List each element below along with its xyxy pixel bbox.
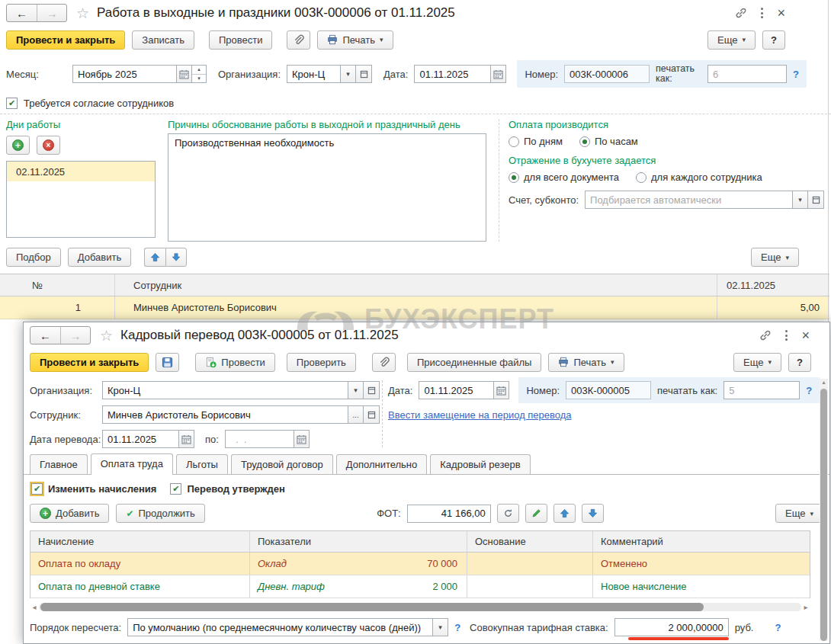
radio-by-hours[interactable]: По часам xyxy=(579,136,638,147)
add-accrual-button[interactable]: + Добавить xyxy=(30,504,109,523)
scroll-right-icon[interactable]: ▸ xyxy=(801,603,810,611)
add-day-button[interactable]: + xyxy=(6,136,30,155)
print-as-input[interactable] xyxy=(724,381,800,399)
recalculate-button[interactable] xyxy=(497,504,519,523)
move-up-button[interactable] xyxy=(553,504,576,523)
transfer-date-input[interactable] xyxy=(102,430,178,448)
consent-checkbox[interactable]: ✔ xyxy=(6,98,18,109)
continue-accrual-button[interactable]: ✔ Продолжить xyxy=(116,504,204,523)
vertical-scrollbar[interactable]: ▴ xyxy=(820,379,828,641)
pick-button[interactable]: Подбор xyxy=(6,248,61,267)
copy-link-icon[interactable] xyxy=(759,329,772,341)
org-open-button[interactable] xyxy=(364,381,380,399)
calendar-button[interactable] xyxy=(176,65,192,83)
radio-by-days[interactable]: По дням xyxy=(509,136,563,147)
post-button[interactable]: Провести xyxy=(209,30,273,50)
table-row-cancelled[interactable]: Оплата по окладу Оклад 70 000 Отменено xyxy=(30,553,810,575)
post-and-close-button[interactable]: Провести и закрыть xyxy=(30,353,149,372)
date-input[interactable] xyxy=(414,65,490,83)
scrollbar-thumb[interactable] xyxy=(40,603,704,611)
recalc-order-input[interactable] xyxy=(127,618,432,636)
horizontal-scrollbar[interactable]: ◂ ▸ xyxy=(30,602,810,612)
reason-textarea[interactable]: Производственная необходимость xyxy=(168,133,486,242)
scroll-up-icon[interactable]: ▴ xyxy=(820,379,828,386)
table-row[interactable]: 1 Минчев Аристотель Борисович 5,00 xyxy=(0,296,829,319)
move-up-button[interactable] xyxy=(144,248,165,267)
help-button[interactable]: ? xyxy=(762,30,785,50)
help-button[interactable]: ? xyxy=(788,353,811,372)
total-rate-input[interactable] xyxy=(614,618,729,636)
help-link[interactable]: ? xyxy=(793,69,799,80)
move-down-button[interactable] xyxy=(165,248,187,267)
to-date-input[interactable] xyxy=(225,430,294,448)
list-more-button[interactable]: Еще▾ xyxy=(751,248,799,267)
remove-day-button[interactable]: × xyxy=(37,136,60,155)
change-accruals-checkbox[interactable]: ✔ Изменить начисления xyxy=(31,483,156,495)
post-and-close-button[interactable]: Провести и закрыть xyxy=(6,30,125,50)
org-input[interactable] xyxy=(287,65,340,83)
employee-open-button[interactable] xyxy=(364,405,380,424)
more-button[interactable]: Еще▾ xyxy=(707,30,756,50)
org-input[interactable] xyxy=(102,381,348,399)
forward-button[interactable]: → xyxy=(60,327,90,344)
org-dropdown-button[interactable]: ▾ xyxy=(348,381,364,399)
tab-main[interactable]: Главное xyxy=(30,454,88,474)
attach-button[interactable] xyxy=(287,30,310,50)
table-row-new[interactable]: Оплата по дневной ставке Дневн. тариф 2 … xyxy=(30,575,810,598)
scrollbar-thumb[interactable] xyxy=(820,389,827,641)
close-icon[interactable]: × xyxy=(777,6,785,20)
back-button[interactable]: ← xyxy=(30,327,60,344)
col-accrual[interactable]: Начисление xyxy=(30,531,249,552)
col-date[interactable]: 02.11.2025 xyxy=(717,274,829,296)
edit-button[interactable] xyxy=(525,504,547,523)
write-button[interactable]: Записать xyxy=(132,30,194,50)
col-basis[interactable]: Основание xyxy=(467,531,592,552)
date-input[interactable] xyxy=(419,381,493,399)
fot-input[interactable] xyxy=(407,505,491,523)
forward-button[interactable]: → xyxy=(37,5,66,21)
tab-additional[interactable]: Дополнительно xyxy=(336,454,428,474)
help-link[interactable]: ? xyxy=(775,622,781,633)
print-button[interactable]: Печать ▾ xyxy=(317,30,393,50)
accruals-more-button[interactable]: Еще▾ xyxy=(775,504,823,523)
menu-kebab-icon[interactable] xyxy=(784,328,789,342)
favorite-star-icon[interactable]: ☆ xyxy=(76,6,89,21)
back-button[interactable]: ← xyxy=(7,5,37,21)
more-button[interactable]: Еще▾ xyxy=(733,353,781,372)
add-employee-button[interactable]: Добавить xyxy=(68,248,131,267)
menu-kebab-icon[interactable] xyxy=(759,6,765,20)
radio-whole-document[interactable]: для всего документа xyxy=(509,171,619,183)
tab-contract[interactable]: Трудовой договор xyxy=(231,454,333,474)
help-link[interactable]: ? xyxy=(454,622,460,633)
calendar-button[interactable] xyxy=(294,430,310,448)
org-open-button[interactable] xyxy=(356,65,372,83)
work-day-item[interactable]: 02.11.2025 xyxy=(7,162,155,181)
col-number[interactable]: № xyxy=(0,280,114,291)
scrollbar-track[interactable] xyxy=(39,603,801,611)
transfer-approved-checkbox[interactable]: ✔ Перевод утвержден xyxy=(170,483,284,495)
recalc-dropdown-button[interactable]: ▾ xyxy=(432,618,448,636)
col-indicators[interactable]: Показатели xyxy=(249,531,467,552)
month-stepper[interactable]: ▴ ▾ xyxy=(192,65,207,83)
copy-link-icon[interactable] xyxy=(735,7,747,19)
close-icon[interactable]: × xyxy=(801,328,810,342)
print-button[interactable]: Печать ▾ xyxy=(548,353,624,372)
employee-input[interactable] xyxy=(102,405,348,424)
account-open-button[interactable] xyxy=(808,191,824,209)
attach-button[interactable] xyxy=(372,353,396,372)
org-dropdown-button[interactable]: ▾ xyxy=(340,65,356,83)
check-button[interactable]: Проверить xyxy=(287,353,356,372)
scroll-left-icon[interactable]: ◂ xyxy=(30,603,39,611)
print-as-input[interactable] xyxy=(707,65,787,83)
account-input[interactable] xyxy=(585,191,792,209)
account-dropdown-button[interactable]: ▾ xyxy=(792,191,808,209)
calendar-button[interactable] xyxy=(490,65,506,83)
post-button[interactable]: Провести xyxy=(195,353,275,372)
month-input[interactable] xyxy=(72,65,176,83)
favorite-star-icon[interactable]: ☆ xyxy=(100,328,113,343)
save-button[interactable] xyxy=(156,353,179,372)
tab-benefits[interactable]: Льготы xyxy=(176,454,228,474)
employee-pick-button[interactable]: ... xyxy=(348,405,364,424)
tab-reserve[interactable]: Кадровый резерв xyxy=(430,454,530,474)
tab-payroll[interactable]: Оплата труда xyxy=(91,453,173,475)
